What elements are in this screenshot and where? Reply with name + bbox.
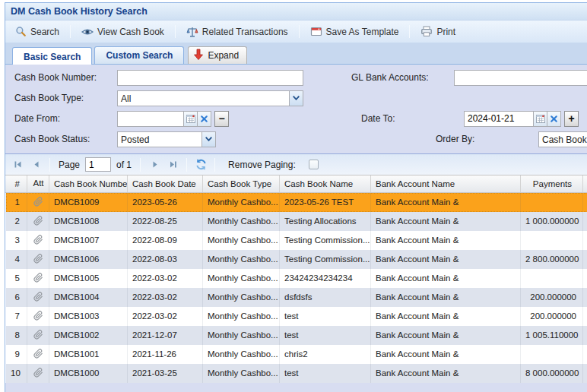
table-row[interactable]: 4DMCB10062022-08-03Monthly Cashbo...Test… — [6, 250, 587, 269]
attachment-cell[interactable] — [27, 212, 49, 231]
table-row[interactable]: 5DMCB10052022-03-02Monthly Cashbo...2342… — [6, 269, 587, 288]
attachment-cell[interactable] — [27, 193, 49, 212]
refresh-icon[interactable] — [193, 157, 208, 172]
cell-date[interactable]: 2022-08-25 — [128, 212, 203, 231]
cell-number[interactable]: DMCB1008 — [49, 212, 128, 231]
cell-bank[interactable]: Bank Account Main & — [371, 307, 521, 326]
date-to-calendar-icon[interactable] — [533, 111, 547, 127]
table-row[interactable]: 1DMCB10092023-05-26Monthly Cashbo...2023… — [6, 193, 587, 212]
attachment-cell[interactable] — [27, 345, 49, 364]
date-from-calendar-icon[interactable] — [183, 111, 198, 127]
cell-bank[interactable]: Bank Account Main & — [371, 288, 521, 307]
tab-basic-search[interactable]: Basic Search — [12, 47, 92, 65]
cell-name[interactable]: chris2 — [280, 345, 371, 364]
next-page-icon[interactable] — [147, 157, 162, 172]
cell-num[interactable]: 5 — [6, 269, 27, 288]
cell-type[interactable]: Monthly Cashbo... — [203, 364, 280, 383]
attachment-cell[interactable] — [27, 364, 49, 383]
cell-type[interactable]: Monthly Cashbo... — [203, 307, 280, 326]
cell-num[interactable]: 3 — [6, 231, 27, 250]
view-cash-book-button[interactable]: View Cash Book — [76, 24, 170, 40]
date-from-clear-icon[interactable] — [197, 111, 211, 127]
column-header-type[interactable]: Cash Book Type — [203, 175, 280, 192]
cell-name[interactable]: dsfdsfs — [280, 288, 371, 307]
related-transactions-button[interactable]: Related Transactions — [181, 24, 294, 40]
cell-num[interactable]: 4 — [6, 250, 27, 269]
table-row[interactable]: 10DMCB10002021-03-25Monthly Cashbo...tes… — [6, 364, 587, 383]
cell-name[interactable]: test — [280, 326, 371, 345]
last-page-icon[interactable] — [165, 157, 180, 172]
table-row[interactable]: 7DMCB10032022-03-02Monthly Cashbo...test… — [6, 307, 587, 326]
cell-number[interactable]: DMCB1003 — [49, 307, 128, 326]
cell-number[interactable]: DMCB1001 — [49, 345, 128, 364]
cell-bank[interactable]: Bank Account Main & — [371, 269, 521, 288]
cell-num[interactable]: 7 — [6, 307, 27, 326]
cell-pay[interactable] — [521, 345, 583, 364]
cell-pay[interactable] — [521, 193, 583, 212]
cell-name[interactable]: Testing Commission... — [280, 250, 371, 269]
cell-name[interactable]: 23424234234234 — [280, 269, 371, 288]
first-page-icon[interactable] — [10, 157, 25, 172]
cell-num[interactable]: 6 — [6, 288, 27, 307]
cell-type[interactable]: Monthly Cashbo... — [203, 269, 280, 288]
date-from-minus-button[interactable]: − — [214, 111, 229, 127]
cell-pay[interactable]: 200.000000 — [521, 307, 583, 326]
attachment-cell[interactable] — [27, 307, 49, 326]
cell-name[interactable]: 2023-05-26 TEST — [280, 193, 371, 212]
column-header-date[interactable]: Cash Book Date — [128, 175, 203, 192]
chevron-down-icon[interactable] — [289, 91, 303, 106]
cell-pay[interactable]: 200.000000 — [521, 288, 583, 307]
cell-number[interactable]: DMCB1007 — [49, 231, 128, 250]
prev-page-icon[interactable] — [28, 157, 43, 172]
column-header-num[interactable]: # — [6, 175, 27, 192]
cell-num[interactable]: 2 — [6, 212, 27, 231]
cell-bank[interactable]: Bank Account Main & — [371, 231, 521, 250]
remove-paging-checkbox[interactable] — [309, 160, 319, 169]
cell-bank[interactable]: Bank Account Main & — [371, 250, 521, 269]
date-to-input[interactable] — [464, 111, 534, 127]
column-header-bank[interactable]: Bank Account Name — [371, 175, 521, 192]
cash-book-number-input[interactable] — [117, 70, 303, 86]
attachment-cell[interactable] — [27, 250, 49, 269]
print-button[interactable]: Print — [415, 24, 461, 40]
save-as-template-button[interactable]: Save As Template — [305, 24, 405, 40]
cell-date[interactable]: 2021-12-07 — [128, 326, 203, 345]
cell-date[interactable]: 2022-03-02 — [128, 307, 203, 326]
cell-pay[interactable]: 1 005.110000 — [521, 326, 583, 345]
cell-date[interactable]: 2021-03-25 — [128, 364, 203, 383]
cell-pay[interactable]: 8 000.000000 — [521, 364, 583, 383]
cell-type[interactable]: Monthly Cashbo... — [203, 193, 280, 212]
table-row[interactable]: 9DMCB10012021-11-26Monthly Cashbo...chri… — [6, 345, 587, 364]
column-header-name[interactable]: Cash Book Name — [280, 175, 371, 192]
page-number-input[interactable] — [85, 157, 111, 172]
table-row[interactable]: 8DMCB10022021-12-07Monthly Cashbo...test… — [6, 326, 587, 345]
cell-type[interactable]: Monthly Cashbo... — [203, 326, 280, 345]
cell-num[interactable]: 8 — [6, 326, 27, 345]
cell-type[interactable]: Monthly Cashbo... — [203, 231, 280, 250]
cell-type[interactable]: Monthly Cashbo... — [203, 212, 280, 231]
cell-number[interactable]: DMCB1000 — [49, 364, 128, 383]
cell-name[interactable]: test — [280, 364, 371, 383]
date-from-input[interactable] — [117, 111, 184, 127]
chevron-down-icon[interactable] — [201, 132, 215, 147]
cell-type[interactable]: Monthly Cashbo... — [203, 288, 280, 307]
cell-date[interactable]: 2023-05-26 — [128, 193, 203, 212]
cell-date[interactable]: 2022-08-09 — [128, 231, 203, 250]
cell-num[interactable]: 10 — [6, 364, 27, 383]
table-row[interactable]: 6DMCB10042022-03-02Monthly Cashbo...dsfd… — [6, 288, 587, 307]
cash-book-status-select[interactable]: Posted — [117, 131, 216, 147]
date-to-plus-button[interactable]: + — [564, 111, 579, 127]
cell-bank[interactable]: Bank Account Main & — [371, 364, 521, 383]
cell-number[interactable]: DMCB1005 — [49, 269, 128, 288]
cell-name[interactable]: Testing Allocations — [280, 212, 371, 231]
column-header-att[interactable]: Att — [27, 175, 49, 192]
cell-num[interactable]: 9 — [6, 345, 27, 364]
cell-type[interactable]: Monthly Cashbo... — [203, 345, 280, 364]
cell-date[interactable]: 2022-08-03 — [128, 250, 203, 269]
cell-bank[interactable]: Bank Account Main & — [371, 345, 521, 364]
attachment-cell[interactable] — [27, 269, 49, 288]
attachment-cell[interactable] — [27, 231, 49, 250]
expand-button[interactable]: Expand — [188, 46, 247, 64]
cell-pay[interactable]: 2 800.000000 — [521, 250, 583, 269]
cell-number[interactable]: DMCB1006 — [49, 250, 128, 269]
